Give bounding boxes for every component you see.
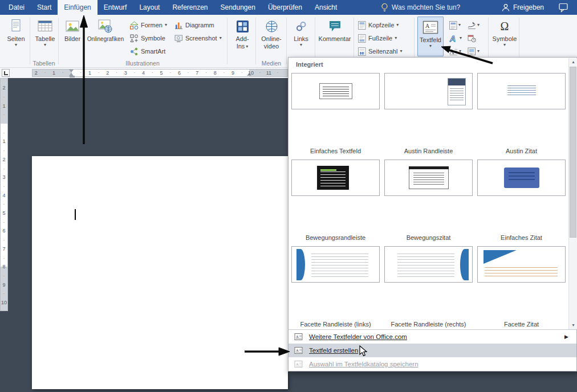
tab-referenzen[interactable]: Referenzen	[166, 0, 214, 15]
ruler-tick: ·	[152, 70, 153, 75]
ruler-number: 6	[178, 70, 181, 76]
svg-text:A: A	[296, 348, 299, 352]
ruler-tick: ·	[1, 148, 7, 153]
chart-button[interactable]: Diagramm	[174, 19, 214, 31]
pages-button[interactable]: Seiten ▾	[5, 17, 27, 56]
textbox-style-facet-right[interactable]: Facette Randleiste (rechts)	[384, 246, 473, 332]
person-icon	[502, 3, 510, 12]
tab-entwurf[interactable]: Entwurf	[97, 0, 133, 15]
ruler-tick: ·	[1, 237, 7, 243]
dropdown-arrow-icon: ▾	[400, 49, 402, 54]
online-video-label-2: video	[264, 43, 279, 50]
tab-stop-selector[interactable]	[2, 69, 10, 77]
textbox-thumbnail	[477, 246, 566, 283]
textbox-style-label: Bewegungszitat	[382, 234, 475, 241]
group-separator	[286, 18, 287, 64]
page-number-button[interactable]: Seitenzahl ▾	[358, 46, 402, 57]
tab-einfügen[interactable]: Einfügen	[58, 0, 97, 15]
online-pictures-label: Onlinegrafiken	[87, 35, 124, 43]
tab-sendungen[interactable]: Sendungen	[214, 0, 262, 15]
feedback-button[interactable]	[559, 0, 568, 15]
header-button[interactable]: Kopfzeile ▾	[358, 19, 399, 31]
drop-cap-icon: A	[449, 47, 458, 56]
textbox-style-facet-quote[interactable]: Facette Zitat	[477, 246, 566, 332]
svg-text:A: A	[425, 23, 430, 29]
pictures-label: Bilder	[64, 35, 80, 43]
scroll-down-icon[interactable]: ▾	[569, 321, 577, 329]
screenshot-icon	[174, 34, 183, 43]
comment-button[interactable]: Kommentar	[318, 17, 351, 56]
ruler-tick: ·	[188, 70, 189, 75]
textbox-style-facet-left[interactable]: Facette Randleiste (links)	[291, 246, 380, 332]
online-video-button[interactable]: Online- video	[258, 17, 285, 56]
menu-item-1[interactable]: AWeitere Textfelder von Office.com▶	[288, 330, 576, 344]
svg-text:A: A	[449, 34, 456, 43]
links-button[interactable]: Links ▾	[290, 17, 312, 56]
textbox-style-austin-sidebar[interactable]: Austin Randleiste	[384, 73, 473, 158]
chart-icon	[174, 21, 183, 30]
menu-item-2[interactable]: ATextfeld erstellen	[288, 344, 576, 357]
ruler-tick: ·	[1, 201, 7, 207]
wordart-icon: A	[449, 34, 458, 43]
drop-cap-button[interactable]: A ▾	[449, 46, 461, 57]
gallery-scrollbar[interactable]: ▴ ▾	[568, 58, 577, 329]
online-pictures-button[interactable]: Onlinegrafiken	[86, 17, 125, 56]
first-line-indent-marker[interactable]	[69, 70, 74, 72]
share-button[interactable]: Freigeben	[502, 0, 544, 15]
icons-button[interactable]: Symbole	[130, 32, 165, 44]
tab-layout[interactable]: Layout	[133, 0, 166, 15]
smartart-button[interactable]: SmartArt	[130, 46, 165, 57]
text-cursor	[75, 209, 76, 220]
ruler-number: 8	[214, 70, 217, 76]
shapes-button[interactable]: Formen ▾	[130, 19, 167, 31]
ruler-tick: ·	[98, 70, 100, 75]
textbox-style-label: Austin Randleiste	[382, 148, 475, 154]
tab-überprüfen[interactable]: Überprüfen	[262, 0, 308, 15]
textbox-style-motion-sidebar[interactable]: Bewegungsrandleiste	[291, 160, 380, 245]
textbox-style-motion-quote[interactable]: Bewegungszitat	[384, 160, 473, 245]
shapes-label: Formen	[141, 22, 162, 28]
tab-datei[interactable]: Datei	[2, 0, 31, 15]
dropdown-arrow-icon: ▾	[395, 36, 397, 40]
dropdown-arrow-icon: ▾	[220, 36, 222, 40]
online-video-icon	[265, 17, 278, 35]
ruler-tick: ·	[169, 70, 171, 75]
tab-start[interactable]: Start	[31, 0, 58, 15]
ruler-number: 2	[106, 70, 109, 76]
omega-icon: Ω	[501, 17, 509, 35]
textbox-style-austin-quote[interactable]: Austin Zitat	[477, 73, 566, 158]
vertical-ruler[interactable]: 2112345678910············	[0, 78, 8, 311]
screenshot-label: Screenshot	[185, 35, 217, 42]
tell-me-box[interactable]: Was möchten Sie tun?	[381, 0, 460, 15]
symbols-button[interactable]: Ω Symbole ▾	[491, 17, 518, 56]
tab-ansicht[interactable]: Ansicht	[308, 0, 343, 15]
group-label-illustrations: Illustrationen	[60, 60, 225, 67]
dropdown-arrow-icon: ▾	[165, 23, 167, 27]
ruler-tick: ·	[62, 70, 64, 75]
ruler-number: 10	[248, 70, 254, 76]
ruler-number: 3	[124, 70, 127, 76]
date-time-button[interactable]	[468, 32, 476, 44]
horizontal-ruler[interactable]: 211234567891011··············	[32, 69, 288, 77]
scroll-up-icon[interactable]: ▴	[569, 58, 577, 66]
scrollbar-thumb[interactable]	[570, 67, 576, 238]
pictures-button[interactable]: Bilder	[60, 17, 84, 56]
textbox-style-simple[interactable]: Einfaches Textfeld	[291, 73, 380, 158]
document-page[interactable]	[32, 156, 288, 389]
screenshot-button[interactable]: Screenshot ▾	[174, 32, 222, 44]
left-indent-marker[interactable]	[70, 76, 75, 77]
quick-parts-button[interactable]: ▾	[449, 19, 461, 31]
textbox-style-simple-quote[interactable]: Einfaches Zitat	[477, 160, 566, 245]
addins-button[interactable]: Add- Ins▾	[230, 17, 254, 56]
wordart-button[interactable]: A ▾	[449, 32, 462, 44]
footer-button[interactable]: Fußzeile ▾	[358, 32, 397, 44]
smartart-icon	[130, 47, 139, 56]
object-button[interactable]: ▾	[468, 46, 480, 57]
textbox-thumbnail	[384, 160, 473, 196]
ruler-tick: ·	[116, 70, 117, 75]
textbox-button[interactable]: A Textfeld ▾	[417, 17, 444, 56]
addins-label-2: Ins	[237, 43, 245, 50]
signature-line-button[interactable]: ▾	[468, 19, 480, 31]
header-label: Kopfzeile	[368, 22, 394, 28]
table-button[interactable]: Tabelle ▾	[33, 17, 57, 56]
